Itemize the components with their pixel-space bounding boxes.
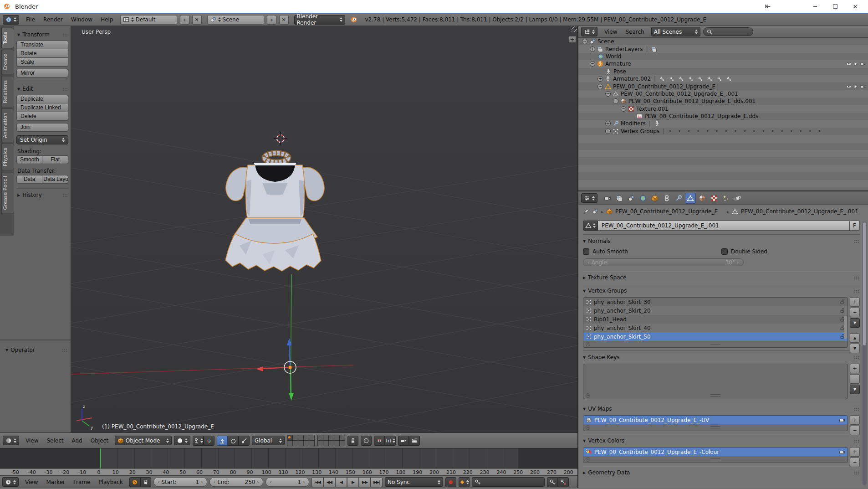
add-scene-button[interactable]: ＋ xyxy=(267,15,276,25)
filter-toggle-icon[interactable]: + xyxy=(586,393,590,398)
outliner-item-label[interactable]: RenderLayers xyxy=(605,46,643,52)
panel-header-uv-maps[interactable]: ▼UV Maps xyxy=(583,404,860,413)
renderability-toggle[interactable] xyxy=(860,61,865,67)
outliner-item-label[interactable]: Scene xyxy=(597,38,614,45)
collapse-icon[interactable]: − xyxy=(597,84,603,89)
mesh-datablock-selector[interactable] xyxy=(583,221,598,231)
layer-cell[interactable] xyxy=(329,441,334,446)
info-menu-file[interactable]: File xyxy=(22,16,39,23)
manipulator-toggle[interactable] xyxy=(204,436,214,446)
shelf-tab-physics[interactable]: Physics xyxy=(1,144,14,170)
add-uv-map-button[interactable]: + xyxy=(850,415,860,425)
selectability-toggle[interactable] xyxy=(853,61,858,67)
properties-tab-scene[interactable] xyxy=(626,193,637,204)
keying-set-field[interactable] xyxy=(472,477,545,487)
vertex-group-row[interactable]: phy_anchor_Skirt_30 xyxy=(583,298,848,306)
drag-dots-icon[interactable] xyxy=(854,240,860,243)
viewport-menu-view[interactable]: View xyxy=(21,438,42,444)
mirror-button[interactable]: Mirror xyxy=(16,69,68,77)
end-frame-field[interactable]: ‹End:250› xyxy=(209,477,263,487)
layer-cell[interactable] xyxy=(293,435,298,440)
preview-range-toggle[interactable] xyxy=(129,477,140,487)
outliner-item-label[interactable]: PEW_00_Contribute_0012_Upgrade_E.dds xyxy=(644,113,758,119)
pivot-center-selector[interactable] xyxy=(193,436,204,446)
timeline-strip[interactable] xyxy=(0,448,577,468)
layer-cell[interactable] xyxy=(318,435,323,440)
lock-icon[interactable] xyxy=(839,308,845,314)
layer-cell[interactable] xyxy=(318,441,323,446)
prev-keyframe-button[interactable]: ◀◀ xyxy=(323,477,335,487)
scale-manipulator-button[interactable] xyxy=(239,436,250,446)
add-shape-key-button[interactable]: + xyxy=(850,364,860,373)
remove-uv-map-button[interactable]: − xyxy=(850,426,860,435)
vertex-group-row[interactable]: phy_anchor_Skirt_20 xyxy=(583,306,848,315)
vertex-group-row[interactable]: phy_anchor_Skirt_50 xyxy=(583,332,848,341)
set-origin-dropdown[interactable]: Set Origin xyxy=(16,135,68,144)
layer-cell[interactable] xyxy=(323,441,328,446)
outliner-item-renderlayers[interactable]: +RenderLayers| xyxy=(578,45,868,52)
drag-dots-icon[interactable] xyxy=(62,194,68,197)
shape-keys-list[interactable] xyxy=(583,364,848,392)
add-vertex-color-button[interactable]: + xyxy=(850,447,860,457)
auto-smooth-checkbox[interactable]: Auto Smooth xyxy=(583,248,721,255)
pin-icon[interactable] xyxy=(583,208,589,215)
fake-user-button[interactable]: F xyxy=(850,221,860,231)
shelf-tab-tools[interactable]: Tools xyxy=(1,28,14,48)
uv-map-row[interactable]: PEW_00_Contribute_0012_Upgrade_E_-UV xyxy=(583,416,848,424)
editor-type-selector[interactable]: i xyxy=(3,15,19,25)
outliner-item-label[interactable]: Armature.002 xyxy=(613,76,651,82)
autokey-mode-selector[interactable] xyxy=(459,477,470,487)
layer-cell[interactable] xyxy=(304,441,309,446)
layer-cell[interactable] xyxy=(298,441,303,446)
collapse-icon[interactable]: − xyxy=(582,39,587,44)
jump-to-end-button[interactable]: ▶▶| xyxy=(371,477,383,487)
outliner-item-label[interactable]: Vertex Groups xyxy=(621,128,659,134)
vertex-group-row[interactable]: Bip01_Head xyxy=(583,315,848,324)
move-vertex-group-up-button[interactable]: ▲ xyxy=(850,333,860,343)
delete-keyframe-button[interactable] xyxy=(558,477,569,487)
render-camera-icon[interactable] xyxy=(839,417,845,423)
outliner-item-label[interactable]: Pose xyxy=(613,68,626,75)
insert-keyframe-button[interactable] xyxy=(547,477,558,487)
filter-toggle-icon[interactable]: + xyxy=(586,457,590,462)
outliner-item-pew-00-contribute-0012-upgrade-e-dds[interactable]: PEW_00_Contribute_0012_Upgrade_E.dds xyxy=(578,113,868,120)
double-sided-checkbox[interactable]: Double Sided xyxy=(721,248,860,255)
add-vertex-group-button[interactable]: + xyxy=(850,297,860,307)
render-engine-selector[interactable]: Blender Render xyxy=(294,15,345,25)
layer-cell[interactable] xyxy=(334,435,339,440)
outliner-item-label[interactable]: Armature xyxy=(605,61,631,67)
outliner-item-pew-00-contribute-0012-upgrade-e-dds-001[interactable]: −PEW_00_Contribute_0012_Upgrade_E_dds.00… xyxy=(578,98,868,105)
mode-selector[interactable]: Object Mode xyxy=(115,436,172,445)
outliner-item-armature-002[interactable]: +Armature.002| xyxy=(578,75,868,82)
outliner-item-pew-00-contribute-0012-upgrade-e-001[interactable]: −PEW_00_Contribute_0012_Upgrade_E_.001 xyxy=(578,90,868,98)
viewport-3d[interactable]: zy User Persp (1) PEW_00_Contribute_0012… xyxy=(0,26,577,448)
visibility-toggle[interactable] xyxy=(846,84,852,89)
layer-cell[interactable] xyxy=(293,441,298,446)
delete-scene-button[interactable]: ✕ xyxy=(279,15,289,25)
drag-dots-icon[interactable] xyxy=(62,33,68,36)
properties-tab-renderlayers[interactable] xyxy=(614,193,625,204)
jump-to-start-button[interactable]: |◀◀ xyxy=(311,477,323,487)
drag-dots-icon[interactable] xyxy=(62,88,68,91)
shelf-tab-create[interactable]: Create xyxy=(1,50,14,75)
panel-header-texture-space[interactable]: ▶Texture Space xyxy=(583,273,860,282)
transform-rotate-button[interactable]: Rotate xyxy=(16,49,68,58)
properties-tab-constraints[interactable] xyxy=(661,193,672,204)
current-frame-playhead[interactable] xyxy=(100,448,101,468)
visibility-toggle[interactable] xyxy=(846,61,852,67)
properties-tab-world[interactable] xyxy=(638,193,648,204)
vertex-group-name[interactable]: phy_anchor_Skirt_50 xyxy=(594,334,651,340)
info-menu-window[interactable]: Window xyxy=(67,16,97,23)
drag-dots-icon[interactable] xyxy=(854,276,860,279)
panel-header-vertex-groups[interactable]: ▼Vertex Groups xyxy=(583,286,860,295)
layer-cell[interactable] xyxy=(309,435,314,440)
shape-key-specials-menu[interactable]: ▼ xyxy=(850,385,860,394)
screen-layout-selector[interactable]: Default xyxy=(120,15,177,25)
scene-selector[interactable]: Scene xyxy=(207,15,264,25)
properties-tab-data[interactable] xyxy=(685,193,696,204)
list-resize-grip[interactable] xyxy=(710,458,720,460)
editor-type-selector[interactable] xyxy=(581,27,597,36)
delete-layout-button[interactable]: ✕ xyxy=(192,15,202,25)
display-filter-selector[interactable]: All Scenes xyxy=(651,27,700,36)
viewport-shading-selector[interactable] xyxy=(174,436,190,445)
